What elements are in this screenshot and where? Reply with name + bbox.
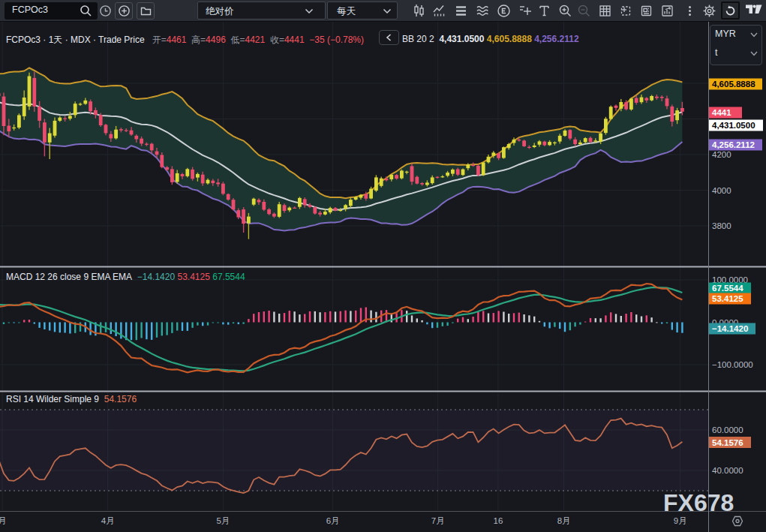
svg-text:4441: 4441 <box>712 108 731 117</box>
svg-text:40.0000: 40.0000 <box>712 466 743 475</box>
svg-text:16: 16 <box>494 516 503 525</box>
svg-text:9月: 9月 <box>674 516 687 525</box>
svg-text:67.5544: 67.5544 <box>712 284 743 293</box>
svg-text:4,431.0500: 4,431.0500 <box>712 121 755 130</box>
svg-text:3800: 3800 <box>712 221 731 230</box>
svg-text:4,256.2112: 4,256.2112 <box>712 140 755 149</box>
svg-text:6月: 6月 <box>326 516 340 525</box>
svg-text:53.4125: 53.4125 <box>712 294 743 303</box>
svg-text:4200: 4200 <box>712 150 731 159</box>
svg-text:7月: 7月 <box>431 516 445 525</box>
svg-text:−100.0000: −100.0000 <box>712 360 753 369</box>
svg-text:月: 月 <box>0 516 7 525</box>
svg-text:4,605.8888: 4,605.8888 <box>712 80 755 89</box>
svg-text:8月: 8月 <box>557 516 571 525</box>
svg-text:4000: 4000 <box>712 186 731 195</box>
svg-text:54.1576: 54.1576 <box>712 438 743 447</box>
svg-text:60.0000: 60.0000 <box>712 425 743 434</box>
svg-text:−14.1420: −14.1420 <box>712 324 748 333</box>
svg-text:4月: 4月 <box>101 516 115 525</box>
svg-text:5月: 5月 <box>216 516 230 525</box>
